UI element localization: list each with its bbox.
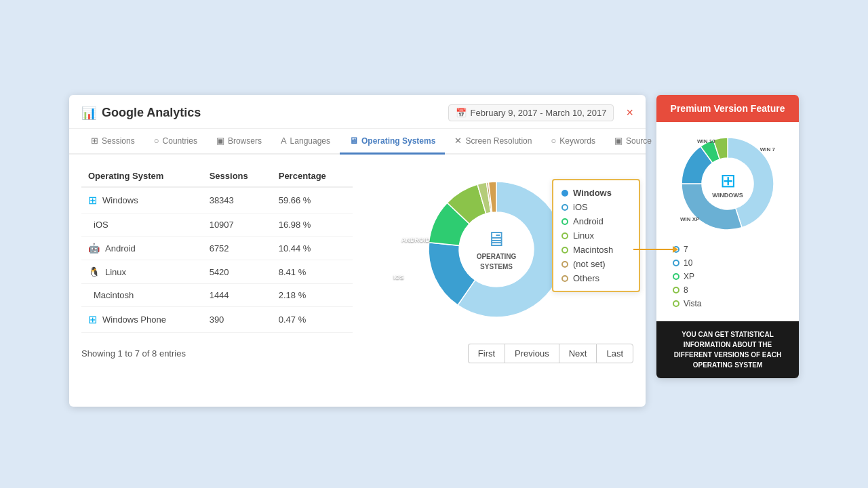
premium-footer: YOU CAN GET STATISTICAL INFORMATION ABOU… xyxy=(656,321,799,378)
premium-legend: 7 10 XP 8 Vista xyxy=(667,243,788,310)
pagination-buttons: First Previous Next Last xyxy=(468,344,633,363)
premium-chart-area: ⊞ WINDOWS WIN 10 WIN 7 WIN XP 7 10 XP 8 … xyxy=(656,122,799,321)
tab-countries[interactable]: ○ Countries xyxy=(144,129,207,155)
os-cell: 🐧 Linux xyxy=(81,260,203,284)
win7-label: WIN 7 xyxy=(760,146,775,152)
percentage-cell: 16.98 % xyxy=(272,214,353,237)
chart-area: 🖥 OPERATINGSYSTEMS ANDROID IOS WINDOWS W… xyxy=(359,165,633,333)
languages-icon: A xyxy=(281,136,287,146)
col-os: Operating System xyxy=(81,165,203,187)
premium-legend-item: Vista xyxy=(673,297,783,310)
legend-item[interactable]: Windows xyxy=(561,186,631,200)
premium-legend-item: 7 xyxy=(673,243,783,256)
legend-item[interactable]: Android xyxy=(561,214,631,228)
legend-item[interactable]: Macintosh xyxy=(561,243,631,257)
table-row: 🤖 Android 6752 10.44 % xyxy=(81,237,353,260)
tab-browsers-label: Browsers xyxy=(228,136,262,146)
premium-donut-label: ⊞ WINDOWS xyxy=(712,169,743,199)
arrow-head xyxy=(673,246,678,253)
sessions-cell: 390 xyxy=(203,307,272,333)
table-row: Macintosh 1444 2.18 % xyxy=(81,284,353,307)
premium-legend-item: 8 xyxy=(673,283,783,297)
resolution-icon: ✕ xyxy=(454,136,462,146)
previous-button[interactable]: Previous xyxy=(505,344,559,363)
date-range: 📅 February 9, 2017 - March 10, 2017 xyxy=(448,104,614,121)
tab-source-label: Source xyxy=(626,136,652,146)
col-sessions: Sessions xyxy=(203,165,272,187)
tab-resolution-label: Screen Resolution xyxy=(465,136,532,146)
keywords-icon: ○ xyxy=(551,136,556,146)
tab-languages[interactable]: A Languages xyxy=(271,129,340,155)
premium-header: Premium Version Feature xyxy=(656,95,799,122)
close-button[interactable]: × xyxy=(626,106,633,120)
donut-svg xyxy=(422,175,571,324)
tab-sessions-label: Sessions xyxy=(102,136,135,146)
sessions-cell: 5420 xyxy=(203,260,272,284)
legend-popup: Windows iOS Android Linux Macintosh (not… xyxy=(552,179,640,292)
pagination-info: Showing 1 to 7 of 8 entries xyxy=(81,348,460,359)
sessions-cell: 38343 xyxy=(203,187,272,214)
tab-sessions[interactable]: ⊞ Sessions xyxy=(81,129,144,155)
ios-label: IOS xyxy=(393,274,404,281)
legend-item[interactable]: Others xyxy=(561,271,631,285)
percentage-cell: 10.44 % xyxy=(272,237,353,260)
tab-os-label: Operating Systems xyxy=(361,136,435,146)
tab-screen-resolution[interactable]: ✕ Screen Resolution xyxy=(445,129,541,155)
tab-browsers[interactable]: ▣ Browsers xyxy=(207,129,271,155)
table-row: iOS 10907 16.98 % xyxy=(81,214,353,237)
tab-source[interactable]: ▣ Source xyxy=(605,129,661,155)
date-range-text: February 9, 2017 - March 10, 2017 xyxy=(471,108,607,118)
panel-header: 📊 Google Analytics 📅 February 9, 2017 - … xyxy=(69,95,646,129)
legend-item[interactable]: (not set) xyxy=(561,257,631,271)
win10-label: WIN 10 xyxy=(697,138,715,144)
legend-item[interactable]: Linux xyxy=(561,228,631,243)
tab-operating-systems[interactable]: 🖥 Operating Systems xyxy=(340,129,445,155)
last-button[interactable]: Last xyxy=(596,344,633,363)
premium-legend-item: 10 xyxy=(673,256,783,270)
browsers-icon: ▣ xyxy=(216,136,224,146)
next-button[interactable]: Next xyxy=(559,344,597,363)
premium-panel: Premium Version Feature ⊞ WINDOWS WIN 10… xyxy=(656,95,799,378)
panel-title-text: Google Analytics xyxy=(102,106,201,120)
pagination-row: Showing 1 to 7 of 8 entries First Previo… xyxy=(69,333,646,363)
data-table: Operating System Sessions Percentage ⊞ W… xyxy=(81,165,353,333)
tab-languages-label: Languages xyxy=(290,136,330,146)
percentage-cell: 2.18 % xyxy=(272,284,353,307)
panel-title: 📊 Google Analytics xyxy=(81,106,201,121)
legend-item[interactable]: iOS xyxy=(561,200,631,214)
tab-countries-label: Countries xyxy=(163,136,197,146)
arrow-line xyxy=(633,249,674,250)
donut-chart: 🖥 OPERATINGSYSTEMS xyxy=(422,175,571,324)
sessions-icon: ⊞ xyxy=(91,136,98,146)
col-percentage: Percentage xyxy=(272,165,353,187)
table-row: 🐧 Linux 5420 8.41 % xyxy=(81,260,353,284)
main-panel: 📊 Google Analytics 📅 February 9, 2017 - … xyxy=(69,95,646,407)
premium-title: Premium Version Feature xyxy=(671,103,785,114)
sessions-cell: 1444 xyxy=(203,284,272,307)
first-button[interactable]: First xyxy=(468,344,505,363)
windows-icon: ⊞ xyxy=(712,169,743,192)
source-icon: ▣ xyxy=(614,136,623,146)
os-cell: Macintosh xyxy=(81,284,203,307)
content-area: Operating System Sessions Percentage ⊞ W… xyxy=(69,155,646,333)
os-table: Operating System Sessions Percentage ⊞ W… xyxy=(81,165,353,333)
chart-icon: 📊 xyxy=(81,106,96,121)
panel-header-right: 📅 February 9, 2017 - March 10, 2017 × xyxy=(448,104,633,121)
tab-bar: ⊞ Sessions ○ Countries ▣ Browsers A Lang… xyxy=(69,129,646,155)
android-label: ANDROID xyxy=(401,237,430,243)
countries-icon: ○ xyxy=(154,136,159,146)
percentage-cell: 59.66 % xyxy=(272,187,353,214)
os-cell: iOS xyxy=(81,214,203,237)
table-row: ⊞ Windows 38343 59.66 % xyxy=(81,187,353,214)
percentage-cell: 8.41 % xyxy=(272,260,353,284)
premium-legend-item: XP xyxy=(673,270,783,283)
os-cell: ⊞ Windows Phone xyxy=(81,307,203,333)
windows-text: WINDOWS xyxy=(712,192,743,199)
tab-keywords-label: Keywords xyxy=(559,136,595,146)
tab-keywords[interactable]: ○ Keywords xyxy=(541,129,605,155)
premium-footer-text: YOU CAN GET STATISTICAL INFORMATION ABOU… xyxy=(674,331,781,369)
os-cell: 🤖 Android xyxy=(81,237,203,260)
table-row: ⊞ Windows Phone 390 0.47 % xyxy=(81,307,353,333)
calendar-icon: 📅 xyxy=(456,108,467,118)
sessions-cell: 6752 xyxy=(203,237,272,260)
